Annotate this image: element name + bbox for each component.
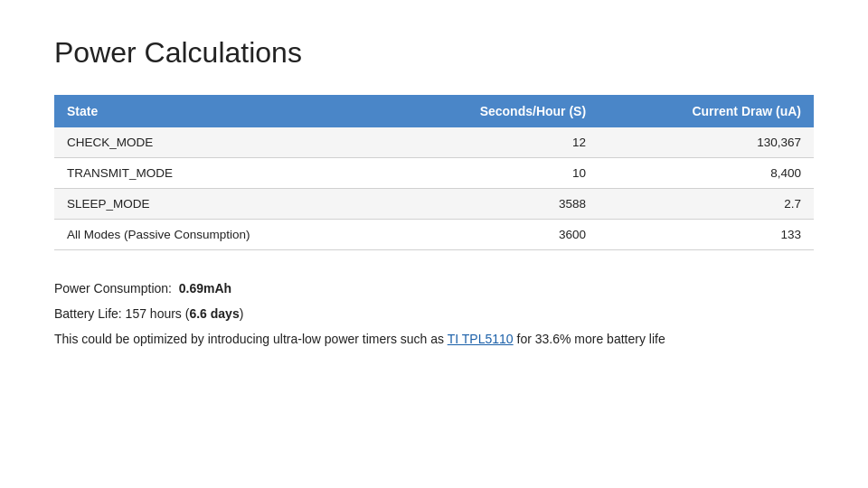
page-title: Power Calculations	[54, 36, 814, 70]
power-consumption-line: Power Consumption: 0.69mAh	[54, 276, 814, 301]
cell-current: 130,367	[599, 127, 814, 158]
cell-state: TRANSMIT_MODE	[54, 158, 388, 189]
optimization-text: This could be optimized by introducing u…	[54, 332, 448, 346]
table-row: TRANSMIT_MODE108,400	[54, 158, 814, 189]
power-value: 0.69mAh	[179, 281, 231, 296]
col-header-state: State	[54, 95, 388, 127]
battery-label: Battery Life: 157 hours (	[54, 306, 189, 321]
col-header-seconds: Seconds/Hour (S)	[388, 95, 599, 127]
optimization-line: This could be optimized by introducing u…	[54, 326, 814, 352]
power-label: Power Consumption:	[54, 281, 172, 296]
cell-state: All Modes (Passive Consumption)	[54, 220, 388, 250]
col-header-current: Current Draw (uA)	[599, 95, 814, 127]
cell-seconds: 3588	[388, 189, 599, 220]
battery-life-line: Battery Life: 157 hours (6.6 days)	[54, 301, 814, 326]
battery-bold: 6.6 days	[189, 306, 239, 321]
ti-tpl5110-link[interactable]: TI TPL5110	[448, 332, 514, 346]
power-table: State Seconds/Hour (S) Current Draw (uA)…	[54, 95, 814, 250]
table-row: SLEEP_MODE35882.7	[54, 189, 814, 220]
battery-close: )	[240, 306, 244, 321]
optimization-suffix: for 33.6% more battery life	[514, 332, 665, 346]
cell-current: 2.7	[599, 189, 814, 220]
table-row: CHECK_MODE12130,367	[54, 127, 814, 158]
cell-current: 133	[599, 220, 814, 250]
cell-state: SLEEP_MODE	[54, 189, 388, 220]
cell-seconds: 3600	[388, 220, 599, 250]
summary-section: Power Consumption: 0.69mAh Battery Life:…	[54, 276, 814, 352]
cell-seconds: 12	[388, 127, 599, 158]
cell-state: CHECK_MODE	[54, 127, 388, 158]
table-row: All Modes (Passive Consumption)3600133	[54, 220, 814, 250]
cell-seconds: 10	[388, 158, 599, 189]
cell-current: 8,400	[599, 158, 814, 189]
